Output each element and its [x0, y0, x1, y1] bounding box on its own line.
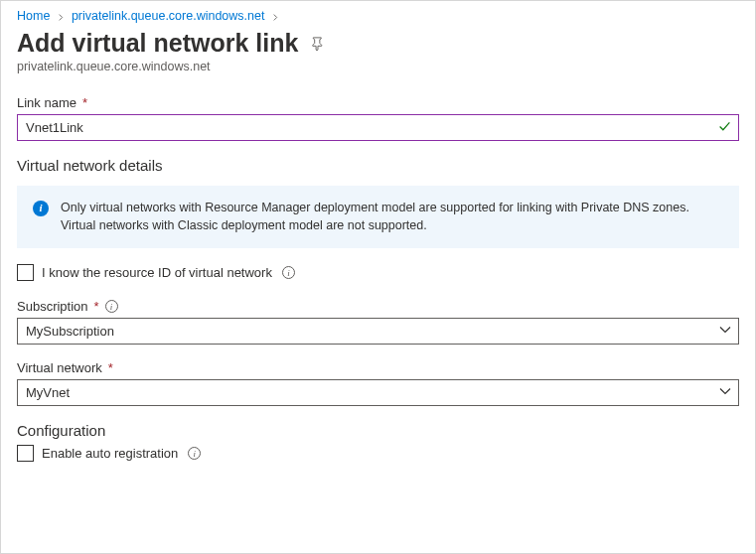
link-name-label: Link name*	[17, 95, 739, 110]
breadcrumb-home-link[interactable]: Home	[17, 9, 50, 23]
subscription-label: Subscription* i	[17, 299, 739, 314]
subscription-select[interactable]: MySubscription	[17, 318, 739, 345]
enable-auto-registration-checkbox[interactable]	[17, 445, 34, 462]
virtual-network-label: Virtual network*	[17, 360, 739, 375]
info-icon: i	[33, 201, 49, 216]
page-subtitle: privatelink.queue.core.windows.net	[17, 60, 739, 73]
breadcrumb-zone-link[interactable]: privatelink.queue.core.windows.net	[72, 9, 265, 23]
info-icon[interactable]: i	[188, 447, 201, 460]
check-icon	[718, 120, 731, 136]
info-icon[interactable]: i	[105, 300, 118, 313]
know-resource-id-label: I know the resource ID of virtual networ…	[42, 265, 272, 280]
link-name-input[interactable]	[17, 114, 739, 141]
vnet-details-title: Virtual network details	[17, 157, 739, 174]
info-icon[interactable]: i	[282, 266, 295, 279]
configuration-title: Configuration	[17, 422, 739, 439]
info-box: i Only virtual networks with Resource Ma…	[17, 186, 739, 248]
chevron-right-icon	[272, 10, 279, 22]
breadcrumb: Home privatelink.queue.core.windows.net	[17, 9, 739, 23]
pin-icon[interactable]	[310, 36, 325, 51]
info-message: Only virtual networks with Resource Mana…	[61, 200, 723, 234]
page-title: Add virtual network link	[17, 29, 298, 58]
enable-auto-registration-label: Enable auto registration	[42, 446, 178, 461]
know-resource-id-checkbox[interactable]	[17, 264, 34, 281]
chevron-right-icon	[58, 10, 68, 22]
virtual-network-select[interactable]: MyVnet	[17, 379, 739, 406]
